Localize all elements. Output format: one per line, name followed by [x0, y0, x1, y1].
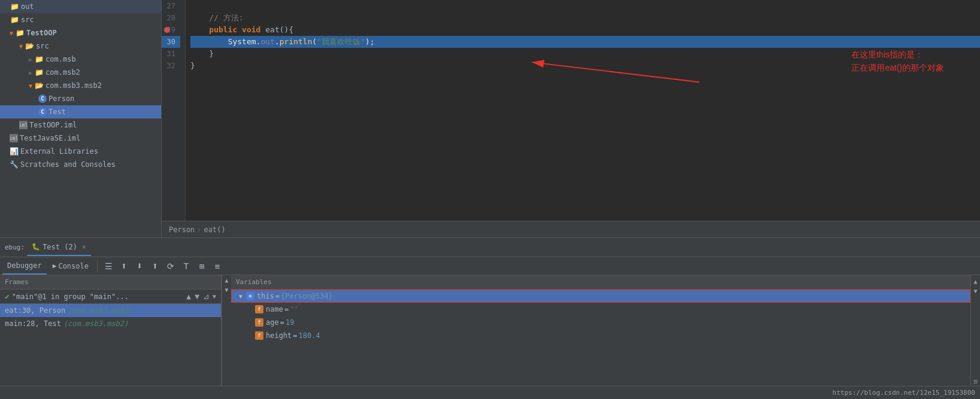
- sidebar-label-test: Test: [48, 108, 66, 116]
- frame-item-eat[interactable]: eat:30, Person (com.msb3.msb2): [0, 304, 221, 317]
- code-keyword-void: void: [242, 24, 260, 36]
- debug-tab-name: Test (2): [43, 243, 77, 251]
- line-27: 27: [162, 0, 180, 12]
- var-name-this: this: [257, 292, 274, 300]
- thread-dropdown-icon[interactable]: ▼: [213, 293, 216, 300]
- variables-panel: Variables ▼ ≡ this = {Person@534} f name…: [231, 275, 970, 386]
- line-numbers: 27 28 29 30 31 32: [162, 0, 186, 221]
- frame-item-main[interactable]: main:28, Test (com.msb3.msb2): [0, 317, 221, 330]
- var-equals: =: [280, 318, 284, 327]
- run-to-cursor-button[interactable]: ⟳: [163, 259, 178, 273]
- sidebar-item-src-root[interactable]: 📁 src: [0, 13, 161, 26]
- debug-tabs-bar: ebug: 🐛 Test (2) ✕: [0, 238, 980, 257]
- sidebar-item-com-msb3[interactable]: ▼ 📂 com.msb3.msb2: [0, 79, 161, 92]
- code-out: out: [260, 36, 274, 48]
- thread-up-icon[interactable]: ▲: [186, 292, 191, 301]
- evaluate-button[interactable]: T: [179, 259, 193, 273]
- code-editor[interactable]: 27 28 29 30 31 32 // 方法:: [162, 0, 980, 221]
- tab-console-label: Console: [58, 262, 89, 270]
- scroll-up-arrow[interactable]: ▲: [222, 275, 232, 285]
- variables-header: Variables: [231, 275, 970, 290]
- variables-side-arrows: ▲ ▼ ⊡: [970, 275, 980, 386]
- debug-tab-test[interactable]: 🐛 Test (2) ✕: [27, 239, 90, 256]
- sidebar-item-scratches[interactable]: 🔧 Scratches and Consoles: [0, 158, 161, 171]
- tab-debugger[interactable]: Debugger: [2, 258, 47, 275]
- code-indent: [190, 24, 209, 36]
- code-line-32: }: [190, 60, 980, 72]
- debug-toolbar: Debugger ▶ Console ☰ ⬆ ⬇ ⬆ ⟳ T ⊞ ≡: [0, 257, 980, 275]
- var-item-height[interactable]: f height = 180.4: [231, 329, 970, 342]
- code-paren: (: [312, 36, 317, 48]
- var-equals: =: [293, 331, 297, 340]
- folder-icon: 📁: [10, 2, 19, 11]
- close-icon[interactable]: ✕: [82, 243, 86, 251]
- sidebar-item-src[interactable]: ▼ 📂 src: [0, 39, 161, 53]
- frames-panel: Frames ✔ "main"@1 in group "main"... ▲ ▼…: [0, 275, 222, 386]
- code-end: );: [365, 36, 375, 48]
- var-item-name[interactable]: f name = "": [231, 303, 970, 316]
- var-name-age: age: [266, 318, 279, 327]
- watch-button[interactable]: ⊞: [195, 259, 209, 273]
- chevron-right-icon: ▶: [29, 69, 32, 76]
- var-expand-icon: [245, 305, 254, 313]
- sidebar-item-person[interactable]: C Person: [0, 92, 161, 105]
- separator: [97, 260, 98, 272]
- step-over-button[interactable]: ⬆: [117, 259, 131, 273]
- code-brace: }: [190, 48, 214, 60]
- chevron-down-icon: ▼: [10, 30, 13, 36]
- code-method-name: eat(){: [260, 24, 293, 36]
- thread-filter-icon[interactable]: ⊿: [203, 292, 210, 301]
- step-into-button[interactable]: ⬇: [132, 259, 147, 273]
- code-content[interactable]: // 方法: public void eat(){ System. out: [186, 0, 980, 221]
- sidebar-label-out: out: [21, 2, 34, 11]
- sidebar-item-com-msb2[interactable]: ▶ 📁 com.msb2: [0, 66, 161, 79]
- console-icon: ▶: [53, 262, 57, 270]
- thread-name: "main"@1 in group "main"...: [12, 293, 184, 301]
- frames-side-arrows: ▲ ▼: [222, 275, 231, 386]
- tab-console[interactable]: ▶ Console: [48, 258, 93, 275]
- frames-header-label: Frames: [5, 278, 29, 286]
- show-frames-button[interactable]: ☰: [101, 259, 116, 273]
- frame-location-main: main:28, Test: [5, 319, 61, 328]
- sidebar-label-person: Person: [48, 95, 74, 103]
- sidebar-item-com-msb[interactable]: ▶ 📁 com.msb: [0, 53, 161, 66]
- breadcrumb-person: Person: [169, 226, 195, 234]
- var-item-this[interactable]: ▼ ≡ this = {Person@534}: [231, 290, 970, 303]
- var-expand-icon[interactable]: ▼: [236, 292, 245, 300]
- var-scroll-up[interactable]: ▲: [971, 276, 981, 286]
- code-space: [237, 24, 242, 36]
- sidebar-item-testjavase-iml[interactable]: iml TestJavaSE.iml: [0, 132, 161, 145]
- code-line-31: }: [190, 48, 980, 60]
- var-field-icon: f: [255, 331, 263, 340]
- sidebar-item-test[interactable]: C Test: [0, 105, 161, 118]
- debug-tab-icon: 🐛: [32, 243, 40, 251]
- thread-selector[interactable]: ✔ "main"@1 in group "main"... ▲ ▼ ⊿ ▼: [0, 290, 221, 304]
- chevron-down-icon: ▼: [29, 83, 32, 89]
- sidebar-label-com-msb2: com.msb2: [45, 68, 80, 77]
- project-sidebar: 📁 out 📁 src ▼ 📁 TestOOP ▼ 📂 src ▶ 📁 com.…: [0, 0, 162, 237]
- code-line-27: [190, 0, 980, 12]
- breadcrumb-eat: eat(): [204, 226, 226, 234]
- frame-class-main: (com.msb3.msb2): [63, 319, 128, 328]
- editor-area: 27 28 29 30 31 32 // 方法:: [162, 0, 980, 237]
- var-value-height: 180.4: [299, 331, 320, 340]
- code-indent: [190, 36, 228, 48]
- thread-down-icon[interactable]: ▼: [195, 292, 199, 301]
- iml-icon: iml: [10, 134, 18, 142]
- scroll-down-arrow[interactable]: ▼: [222, 285, 232, 294]
- code-line-28: // 方法:: [190, 12, 980, 24]
- var-snap-icon[interactable]: ⊡: [971, 376, 981, 386]
- layout-button[interactable]: ≡: [210, 259, 224, 273]
- var-field-icon: f: [255, 318, 263, 327]
- var-value-this: {Person@534}: [281, 292, 333, 300]
- var-expand-icon: [245, 331, 254, 340]
- status-url: https://blog.csdn.net/12e15_19153800: [833, 389, 975, 397]
- var-item-age[interactable]: f age = 19: [231, 316, 970, 329]
- sidebar-item-external-libs[interactable]: 📊 External Libraries: [0, 145, 161, 158]
- step-out-button[interactable]: ⬆: [148, 259, 162, 273]
- sidebar-item-out[interactable]: 📁 out: [0, 0, 161, 13]
- line-29: 29: [162, 24, 180, 36]
- sidebar-item-testoop[interactable]: ▼ 📁 TestOOP: [0, 26, 161, 39]
- sidebar-item-testoop-iml[interactable]: iml TestOOP.iml: [0, 118, 161, 132]
- var-scroll-down[interactable]: ▼: [971, 286, 981, 296]
